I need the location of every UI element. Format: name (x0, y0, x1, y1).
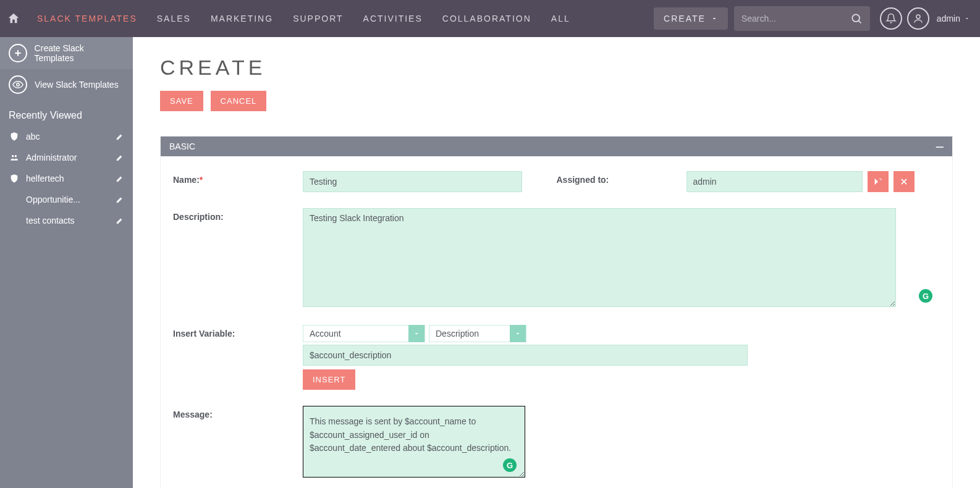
assigned-to-input[interactable] (686, 171, 863, 192)
nav-slack-templates[interactable]: SLACK TEMPLATES (27, 0, 147, 37)
nav-support[interactable]: SUPPORT (283, 0, 353, 37)
recent-label: Administrator (26, 153, 109, 162)
sidebar-view-slack-templates[interactable]: View Slack Templates (0, 69, 133, 100)
home-icon[interactable] (0, 0, 27, 37)
panel-title: BASIC (169, 141, 195, 151)
user-menu[interactable]: admin (907, 7, 970, 30)
svg-point-7 (15, 155, 17, 158)
insert-variable-label: Insert Variable: (173, 325, 303, 339)
create-dropdown[interactable]: CREATE (654, 7, 728, 30)
svg-point-0 (852, 14, 860, 22)
name-input[interactable] (303, 171, 522, 192)
description-textarea[interactable] (303, 208, 896, 307)
plus-icon (9, 44, 27, 62)
nav-all[interactable]: ALL (541, 0, 580, 37)
grammarly-icon: G (919, 289, 932, 303)
assigned-select-button[interactable] (868, 171, 889, 192)
sidebar-item-label: View Slack Templates (35, 80, 119, 90)
sidebar-create-slack-templates[interactable]: Create Slack Templates (0, 37, 133, 69)
eye-icon (9, 75, 27, 94)
top-nav: SLACK TEMPLATES SALES MARKETING SUPPORT … (0, 0, 980, 37)
nav-collaboration[interactable]: COLLABORATION (433, 0, 541, 37)
recently-viewed-title: Recently Viewed (0, 100, 133, 126)
left-sidebar: Create Slack Templates View Slack Templa… (0, 37, 133, 488)
recent-item[interactable]: abc (0, 126, 133, 147)
notifications-icon[interactable] (880, 7, 902, 30)
caret-down-icon (711, 15, 718, 22)
edit-icon[interactable] (116, 153, 124, 162)
people-icon (9, 153, 20, 162)
module-select[interactable]: Account (303, 325, 425, 342)
recent-item[interactable]: Administrator (0, 147, 133, 168)
cancel-button-top[interactable]: CANCEL (211, 91, 267, 111)
svg-point-6 (12, 155, 14, 158)
shield-icon (9, 174, 20, 183)
search-input[interactable] (741, 14, 850, 23)
message-textarea[interactable] (303, 406, 525, 477)
save-button-top[interactable]: SAVE (160, 91, 203, 111)
grammarly-icon: G (503, 458, 517, 472)
recent-label: helfertech (26, 174, 109, 183)
page-title: CREATE (160, 56, 953, 80)
panel-header: BASIC – (161, 137, 952, 156)
basic-panel: BASIC – Name:* Assigned to: (160, 136, 953, 488)
edit-icon[interactable] (116, 195, 124, 204)
edit-icon[interactable] (116, 216, 124, 225)
nav-marketing[interactable]: MARKETING (201, 0, 283, 37)
variable-output[interactable] (303, 345, 748, 366)
name-label: Name:* (173, 171, 303, 185)
svg-line-1 (858, 20, 861, 23)
main-content: CREATE SAVE CANCEL BASIC – Name:* A (133, 37, 980, 488)
field-select-value: Description (429, 329, 510, 339)
assigned-clear-button[interactable] (893, 171, 915, 192)
recent-label: abc (26, 132, 109, 141)
search-icon[interactable] (850, 12, 863, 25)
svg-point-2 (916, 15, 920, 19)
recent-label: test contacts (26, 216, 109, 225)
field-select[interactable]: Description (429, 325, 526, 342)
user-avatar-icon (907, 7, 929, 30)
search-box[interactable] (734, 6, 870, 31)
module-select-value: Account (303, 329, 408, 339)
recent-item[interactable]: Opportunitie... (0, 189, 133, 210)
message-label: Message: (173, 406, 303, 419)
svg-point-5 (17, 83, 20, 86)
insert-button[interactable]: INSERT (303, 369, 355, 390)
nav-activities[interactable]: ACTIVITIES (353, 0, 433, 37)
panel-collapse-icon[interactable]: – (936, 140, 944, 153)
edit-icon[interactable] (116, 132, 124, 141)
sidebar-item-label: Create Slack Templates (35, 43, 124, 63)
shield-icon (9, 132, 20, 141)
recent-item[interactable]: test contacts (0, 210, 133, 231)
assigned-label: Assigned to: (557, 171, 686, 185)
create-label: CREATE (664, 14, 706, 23)
recent-label: Opportunitie... (26, 195, 109, 204)
caret-down-icon (510, 325, 526, 342)
edit-icon[interactable] (116, 174, 124, 183)
caret-down-icon (964, 15, 970, 22)
nav-sales[interactable]: SALES (147, 0, 201, 37)
description-label: Description: (173, 208, 303, 222)
user-name: admin (937, 14, 960, 23)
caret-down-icon (408, 325, 425, 342)
recent-item[interactable]: helfertech (0, 168, 133, 189)
